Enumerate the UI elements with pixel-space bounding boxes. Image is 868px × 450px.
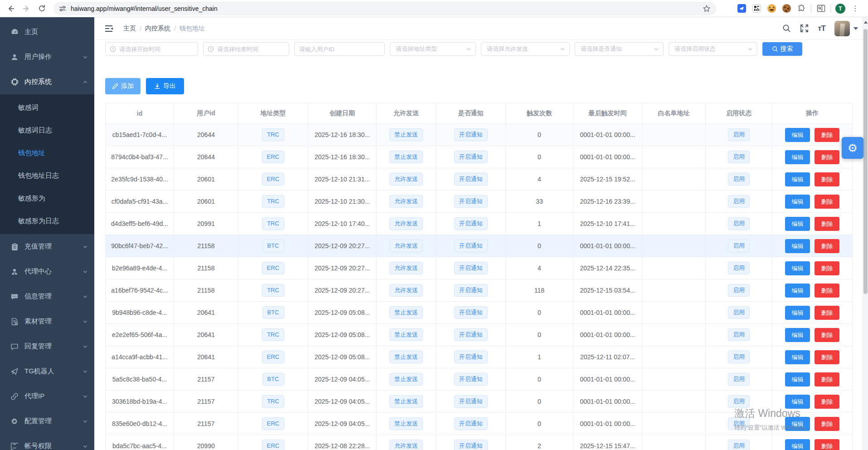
edit-button[interactable]: 编辑 bbox=[785, 128, 810, 142]
sidebar-subitem-3[interactable]: 钱包地址日志 bbox=[0, 164, 94, 187]
page-scrollbar[interactable] bbox=[863, 17, 868, 450]
delete-button[interactable]: 删除 bbox=[815, 195, 839, 209]
user-id-input[interactable] bbox=[294, 42, 385, 56]
sidebar-subitem-2[interactable]: 钱包地址 bbox=[0, 142, 94, 164]
edit-button[interactable]: 编辑 bbox=[785, 172, 810, 186]
delete-button[interactable]: 删除 bbox=[815, 261, 839, 275]
delete-button[interactable]: 删除 bbox=[815, 284, 839, 298]
edit-button[interactable]: 编辑 bbox=[785, 306, 810, 320]
sidebar-item-11[interactable]: 帐号权限 bbox=[0, 434, 94, 450]
sidebar-item-9[interactable]: 代理IP bbox=[0, 384, 94, 409]
user-avatar[interactable] bbox=[834, 21, 850, 36]
delete-button[interactable]: 删除 bbox=[815, 217, 839, 231]
start-time-input[interactable] bbox=[105, 42, 198, 56]
back-icon[interactable] bbox=[5, 2, 17, 15]
sidebar-subitem-5[interactable]: 敏感形为日志 bbox=[0, 210, 94, 232]
edit-button[interactable]: 编辑 bbox=[785, 217, 810, 231]
browser-profile-avatar[interactable]: T bbox=[835, 3, 846, 14]
extensions-puzzle-icon[interactable] bbox=[796, 3, 807, 14]
sidebar-item-6[interactable]: 素材管理 bbox=[0, 309, 94, 334]
cell-last-trigger-time: 0001-01-01 00:00... bbox=[573, 235, 642, 257]
sidebar-item-1[interactable]: 用户操作 bbox=[0, 44, 94, 69]
user-id-input[interactable] bbox=[295, 43, 384, 55]
cell-enable-status: 启用 bbox=[706, 391, 772, 413]
user-icon bbox=[10, 53, 19, 62]
sidebar-item-5[interactable]: 信息管理 bbox=[0, 284, 94, 309]
delete-button[interactable]: 删除 bbox=[815, 239, 839, 253]
settings-gear-fab[interactable]: ⚙ bbox=[842, 137, 863, 159]
sidebar-item-10[interactable]: 配置管理 bbox=[0, 409, 94, 434]
forward-icon[interactable] bbox=[20, 2, 33, 15]
delete-button[interactable]: 删除 bbox=[815, 328, 839, 342]
font-size-icon[interactable]: ᴛT bbox=[818, 24, 825, 33]
start-time-input[interactable] bbox=[106, 43, 198, 55]
edit-button[interactable]: 编辑 bbox=[785, 261, 810, 275]
breadcrumb-wallet-address: 钱包地址 bbox=[179, 24, 205, 33]
edit-button[interactable]: 编辑 bbox=[785, 195, 810, 209]
address-bar[interactable]: haiwang.app/miwang#/internal/user_sensit… bbox=[53, 2, 716, 15]
sidebar-item-8[interactable]: TG机器人 bbox=[0, 359, 94, 384]
delete-button[interactable]: 删除 bbox=[815, 395, 839, 409]
sidebar-subitem-4[interactable]: 敏感形为 bbox=[0, 187, 94, 210]
allow-send-tag: 禁止发送 bbox=[389, 351, 423, 363]
avatar-dropdown-caret[interactable] bbox=[853, 27, 858, 30]
end-time-input[interactable] bbox=[203, 42, 289, 56]
delete-button[interactable]: 删除 bbox=[815, 150, 839, 164]
delete-button[interactable]: 删除 bbox=[815, 350, 839, 364]
breadcrumb-home[interactable]: 主页 bbox=[123, 24, 136, 33]
sidebar-item-7[interactable]: 回复管理 bbox=[0, 334, 94, 359]
search-button[interactable]: 搜索 bbox=[762, 42, 802, 56]
side-panel-search-icon[interactable] bbox=[815, 3, 826, 14]
telegram-extension-icon[interactable] bbox=[736, 3, 747, 14]
qr-extension-icon[interactable] bbox=[751, 3, 762, 14]
cookie-extension-icon[interactable] bbox=[781, 3, 792, 14]
edit-button[interactable]: 编辑 bbox=[785, 417, 810, 431]
delete-button[interactable]: 删除 bbox=[815, 128, 839, 142]
search-icon[interactable] bbox=[782, 24, 791, 33]
fullscreen-icon[interactable] bbox=[800, 24, 809, 33]
edit-button[interactable]: 编辑 bbox=[785, 150, 810, 164]
emoji-extension-icon[interactable] bbox=[766, 3, 777, 14]
browser-menu-icon[interactable]: ⋮ bbox=[850, 3, 861, 14]
end-time-input[interactable] bbox=[204, 43, 289, 55]
add-button[interactable]: 添加 bbox=[105, 78, 141, 94]
delete-button[interactable]: 删除 bbox=[815, 172, 839, 186]
sidebar-item-2[interactable]: 内控系统 bbox=[0, 69, 94, 94]
edit-button[interactable]: 编辑 bbox=[785, 239, 810, 253]
edit-button[interactable]: 编辑 bbox=[785, 372, 810, 386]
bookmark-star-icon[interactable] bbox=[703, 5, 711, 13]
reload-icon[interactable] bbox=[35, 2, 48, 15]
breadcrumb-internal-system[interactable]: 内控系统 bbox=[145, 24, 170, 33]
cell-address-type: ERC bbox=[238, 168, 308, 191]
address-type-select[interactable]: 请选择地址类型 bbox=[390, 42, 476, 56]
sidebar-subitem-1[interactable]: 敏感词日志 bbox=[0, 119, 94, 142]
sidebar-item-4[interactable]: 代理中心 bbox=[0, 259, 94, 284]
delete-button[interactable]: 删除 bbox=[815, 306, 839, 320]
address-type-tag: TRC bbox=[262, 195, 284, 208]
chevron-down-icon bbox=[82, 419, 88, 424]
notify-select[interactable]: 请选择是否通知 bbox=[575, 42, 664, 56]
scrollbar-thumb[interactable] bbox=[863, 29, 868, 294]
status-tag: 启用 bbox=[728, 128, 750, 141]
delete-button[interactable]: 删除 bbox=[815, 372, 839, 386]
cell-created-date: 2025-12-09 20:27... bbox=[308, 235, 377, 257]
collapse-sidebar-icon[interactable] bbox=[104, 24, 113, 33]
site-settings-icon[interactable] bbox=[59, 5, 66, 12]
table-row: bda5c7bc-aac5-4...20990ERC2025-12-08 22:… bbox=[106, 435, 853, 450]
edit-button[interactable]: 编辑 bbox=[785, 350, 810, 364]
delete-button[interactable]: 删除 bbox=[815, 417, 839, 431]
edit-button[interactable]: 编辑 bbox=[785, 284, 810, 298]
export-button[interactable]: 导出 bbox=[146, 78, 184, 94]
cell-trigger-count: 4 bbox=[506, 257, 573, 279]
allow-send-select[interactable]: 请选择允许发送 bbox=[481, 42, 570, 56]
edit-button[interactable]: 编辑 bbox=[785, 395, 810, 409]
sidebar-subitem-0[interactable]: 敏感词 bbox=[0, 96, 94, 119]
edit-button[interactable]: 编辑 bbox=[785, 328, 810, 342]
status-tag: 启用 bbox=[728, 306, 750, 319]
enable-status-select[interactable]: 请选择启用状态 bbox=[669, 42, 757, 56]
edit-button[interactable]: 编辑 bbox=[785, 439, 810, 450]
sidebar-item-0[interactable]: 主页 bbox=[0, 20, 94, 44]
sidebar-item-3[interactable]: 充值管理 bbox=[0, 234, 94, 259]
scrollbar-up-arrow[interactable] bbox=[864, 21, 868, 24]
delete-button[interactable]: 删除 bbox=[815, 439, 839, 450]
